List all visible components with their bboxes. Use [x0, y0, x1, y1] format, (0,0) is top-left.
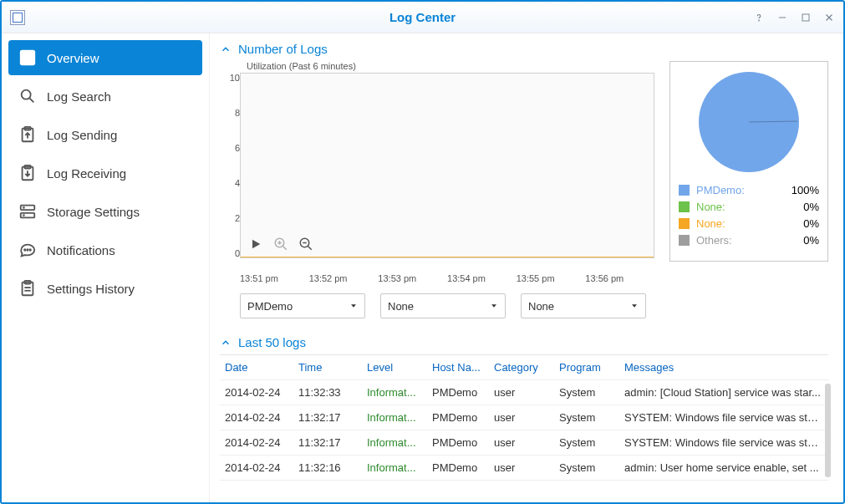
chevron-up-icon [220, 337, 232, 349]
window-title: Log Center [2, 10, 843, 24]
section-title: Last 50 logs [238, 335, 306, 349]
cell-category: user [489, 386, 554, 399]
main-content: Number of Logs Utilization (Past 6 minut… [209, 33, 843, 502]
legend-value: 0% [803, 234, 819, 247]
close-button[interactable] [823, 12, 835, 23]
legend-row: Others:0% [679, 234, 819, 247]
col-date[interactable]: Date [220, 361, 293, 374]
pie-chart [699, 72, 799, 172]
sidebar-item-label: Overview [47, 51, 99, 65]
chevron-down-icon [630, 302, 639, 310]
sidebar-item-notifications[interactable]: Notifications [8, 232, 202, 267]
cell-date: 2014-02-24 [220, 461, 293, 474]
app-window: Log Center Overview [0, 0, 845, 504]
legend-label: PMDemo: [696, 184, 785, 196]
legend-label: Others: [696, 234, 797, 247]
filter-select-3[interactable]: None [521, 293, 646, 318]
notifications-icon [18, 241, 37, 259]
cell-time: 11:32:33 [293, 386, 362, 399]
svg-rect-2 [802, 14, 809, 21]
clipboard-down-icon [18, 164, 37, 182]
x-axis-labels: 13:51 pm 13:52 pm 13:53 pm 13:54 pm 13:5… [240, 273, 654, 283]
cell-host: PMDemo [427, 461, 489, 474]
table-row[interactable]: 2014-02-2411:32:17Informat...PMDemouserS… [220, 430, 828, 456]
cell-program: System [554, 461, 619, 474]
section-title: Number of Logs [238, 42, 328, 56]
sidebar-item-overview[interactable]: Overview [8, 40, 202, 75]
svg-line-27 [283, 246, 287, 250]
minimize-button[interactable] [776, 12, 788, 23]
cell-date: 2014-02-24 [220, 411, 293, 424]
chart-subtitle: Utilization (Past 6 minutes) [247, 61, 654, 71]
cell-program: System [554, 386, 619, 399]
legend-label: None: [696, 201, 797, 213]
table-row[interactable]: 2014-02-2411:32:33Informat...PMDemouserS… [220, 380, 828, 405]
play-button[interactable] [247, 236, 264, 252]
svg-marker-33 [351, 304, 356, 307]
help-button[interactable] [753, 12, 765, 23]
legend-value: 0% [803, 201, 819, 213]
logs-table: Date Time Level Host Na... Category Prog… [220, 354, 828, 481]
chevron-down-icon [349, 302, 358, 310]
sidebar-item-label: Settings History [47, 282, 135, 296]
sidebar-item-settings-history[interactable]: Settings History [8, 271, 202, 306]
legend-swatch [679, 201, 690, 212]
table-row[interactable]: 2014-02-2411:32:16Informat...PMDemouserS… [220, 456, 828, 481]
col-host[interactable]: Host Na... [427, 361, 489, 374]
section-last-logs-header[interactable]: Last 50 logs [220, 335, 828, 349]
cell-category: user [489, 411, 554, 424]
filter-select-1[interactable]: PMDemo [240, 293, 365, 318]
cell-level: Informat... [362, 436, 427, 449]
sidebar-item-log-receiving[interactable]: Log Receiving [8, 155, 202, 191]
svg-line-9 [29, 98, 33, 102]
table-row[interactable]: 2014-02-2411:32:17Informat...PMDemouserS… [220, 405, 828, 430]
chevron-down-icon [490, 302, 498, 310]
search-icon [18, 87, 37, 105]
zoom-in-button[interactable] [272, 236, 289, 252]
cell-date: 2014-02-24 [220, 436, 293, 449]
chart-series-line [241, 257, 654, 257]
svg-point-17 [23, 215, 24, 216]
cell-message: admin: User home service enable, set ... [619, 461, 828, 474]
sidebar-item-log-search[interactable]: Log Search [8, 79, 202, 114]
svg-point-18 [24, 249, 25, 250]
y-axis-labels: 10 8 6 4 2 0 [220, 73, 240, 273]
storage-icon [18, 202, 37, 221]
legend-label: None: [696, 217, 797, 230]
section-number-of-logs-header[interactable]: Number of Logs [220, 42, 828, 56]
utilization-chart: Utilization (Past 6 minutes) 10 8 6 4 2 … [220, 61, 654, 318]
clipboard-up-icon [18, 125, 37, 144]
pie-legend-box: PMDemo:100%None:0%None:0%Others:0% [669, 61, 828, 262]
col-time[interactable]: Time [293, 361, 362, 374]
zoom-out-button[interactable] [298, 236, 314, 252]
legend-value: 100% [792, 184, 819, 196]
cell-program: System [554, 436, 619, 449]
cell-message: SYSTEM: Windows file service was stop... [619, 436, 828, 449]
legend-swatch [679, 185, 690, 196]
maximize-button[interactable] [800, 12, 812, 23]
cell-level: Informat... [362, 461, 427, 474]
legend-swatch [679, 235, 690, 246]
legend-row: PMDemo:100% [679, 184, 819, 196]
col-program[interactable]: Program [554, 361, 619, 374]
col-messages[interactable]: Messages [619, 361, 828, 374]
svg-marker-25 [252, 240, 260, 249]
sidebar-item-label: Log Search [47, 89, 111, 104]
svg-point-16 [23, 207, 24, 208]
cell-message: SYSTEM: Windows file service was start..… [619, 411, 828, 424]
table-scrollbar[interactable] [825, 384, 831, 477]
app-icon [10, 10, 25, 25]
col-level[interactable]: Level [362, 361, 427, 374]
sidebar-item-log-sending[interactable]: Log Sending [8, 117, 202, 152]
table-header: Date Time Level Host Na... Category Prog… [220, 355, 828, 380]
cell-category: user [489, 436, 554, 449]
overview-icon [18, 48, 37, 67]
sidebar-item-label: Log Sending [47, 128, 117, 142]
legend-value: 0% [803, 217, 819, 230]
filter-select-2[interactable]: None [380, 293, 506, 318]
col-category[interactable]: Category [489, 361, 554, 374]
cell-time: 11:32:16 [293, 461, 362, 474]
sidebar-item-storage-settings[interactable]: Storage Settings [8, 194, 202, 229]
sidebar-item-label: Notifications [47, 243, 115, 257]
sidebar-item-label: Storage Settings [47, 205, 140, 219]
